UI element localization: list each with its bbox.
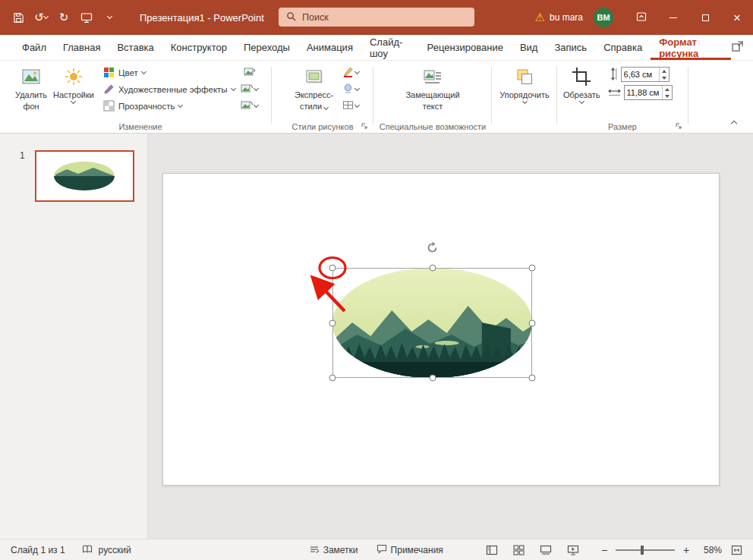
- tab-review[interactable]: Рецензирование: [419, 35, 512, 60]
- zoom-in-button[interactable]: +: [681, 544, 692, 556]
- quick-styles-button[interactable]: Экспресс- стили: [291, 64, 336, 112]
- picture-effects-button[interactable]: [341, 81, 361, 98]
- status-bar: Слайд 1 из 1 русский Заметки Примечания …: [0, 539, 753, 560]
- tab-record[interactable]: Запись: [546, 35, 595, 60]
- tab-help[interactable]: Справка: [595, 35, 651, 60]
- tab-file[interactable]: Файл: [14, 35, 55, 60]
- alt-text-button[interactable]: Замещающий текст: [402, 64, 462, 112]
- minimize-button[interactable]: [657, 0, 689, 35]
- thumbnail-picture: [36, 152, 133, 200]
- ribbon-tabs: Файл Главная Вставка Конструктор Переход…: [0, 35, 753, 61]
- workspace: 1: [0, 134, 753, 539]
- maximize-button[interactable]: [689, 0, 721, 35]
- search-input[interactable]: [302, 12, 467, 23]
- rotate-handle[interactable]: [426, 241, 439, 254]
- width-input[interactable]: [625, 86, 662, 99]
- slide-sorter-button[interactable]: [510, 545, 528, 555]
- zoom-slider[interactable]: [616, 549, 675, 551]
- crop-button[interactable]: Обрезать: [560, 64, 603, 104]
- title-bar: ↺ ↻ Презентация1 - PowerPoint ⚠ bu mara …: [0, 0, 753, 35]
- tab-design[interactable]: Конструктор: [162, 35, 235, 60]
- height-spin-down[interactable]: [660, 74, 669, 81]
- maximize-icon: [702, 14, 709, 21]
- layout-icon: [342, 99, 354, 113]
- fit-to-window-button[interactable]: [728, 545, 745, 555]
- tab-transitions[interactable]: Переходы: [235, 35, 298, 60]
- proofing-button[interactable]: [79, 540, 96, 560]
- slide-picture[interactable]: [332, 268, 532, 378]
- tab-insert[interactable]: Вставка: [109, 35, 162, 60]
- slide-thumbnail[interactable]: [35, 150, 134, 202]
- arrange-button[interactable]: Упорядочить: [496, 64, 552, 104]
- share-icon[interactable]: [731, 40, 744, 55]
- dialog-launcher-icon[interactable]: [675, 122, 682, 131]
- transparency-icon: [103, 100, 115, 113]
- ribbon-display-options-button[interactable]: [625, 0, 657, 35]
- save-button[interactable]: [8, 6, 29, 29]
- picture-layout-button[interactable]: [341, 98, 361, 115]
- arrange-icon: [515, 67, 534, 89]
- comments-icon: [376, 544, 387, 556]
- compress-picture-button[interactable]: [240, 64, 260, 81]
- slideshow-monitor-icon: [80, 12, 93, 24]
- tab-home[interactable]: Главная: [55, 35, 109, 60]
- undo-button[interactable]: ↺: [30, 6, 52, 29]
- effects-icon: [342, 83, 354, 96]
- normal-view-button[interactable]: [483, 545, 501, 555]
- selection-handle-top-center[interactable]: [429, 265, 436, 272]
- notes-button[interactable]: Заметки: [306, 540, 361, 560]
- width-spin-up[interactable]: [663, 86, 672, 93]
- chevron-down-icon: [141, 69, 147, 74]
- change-picture-button[interactable]: [240, 81, 260, 98]
- slide-counter[interactable]: Слайд 1 из 1: [8, 540, 68, 560]
- book-icon: [82, 544, 93, 556]
- group-accessibility: Замещающий текст Специальные возможности: [376, 61, 489, 134]
- quick-styles-label-2: стили: [300, 102, 328, 112]
- remove-background-button[interactable]: Удалить фон: [12, 64, 50, 112]
- reading-view-button[interactable]: [537, 545, 555, 555]
- tab-view[interactable]: Вид: [512, 35, 547, 60]
- selection-handle-top-right[interactable]: [529, 265, 536, 272]
- slide-thumbnail-panel: 1: [0, 134, 148, 539]
- redo-button[interactable]: ↻: [53, 6, 74, 29]
- zoom-out-button[interactable]: −: [599, 544, 610, 556]
- slide-canvas[interactable]: [162, 173, 720, 486]
- customize-qat-button[interactable]: [99, 6, 120, 29]
- tab-slideshow[interactable]: Слайд-шоу: [361, 35, 419, 60]
- account-alert[interactable]: ⚠ bu mara: [535, 11, 583, 24]
- comments-button[interactable]: Примечания: [373, 540, 446, 560]
- fit-to-window-icon: [731, 545, 742, 555]
- zoom-slider-thumb[interactable]: [641, 546, 644, 555]
- zoom-level[interactable]: 58%: [698, 545, 722, 555]
- selection-handle-bottom-right[interactable]: [529, 375, 536, 382]
- artistic-effects-button[interactable]: Художественные эффекты: [100, 81, 238, 98]
- selection-handle-bottom-center[interactable]: [429, 375, 436, 382]
- selection-handle-bottom-left[interactable]: [329, 375, 336, 382]
- transparency-button[interactable]: Прозрачность: [100, 98, 238, 115]
- slideshow-view-button[interactable]: [564, 545, 582, 555]
- picture-border-button[interactable]: [341, 64, 361, 81]
- height-icon: [608, 68, 618, 82]
- avatar[interactable]: BM: [594, 8, 613, 27]
- height-input[interactable]: [622, 68, 659, 81]
- selection-handle-middle-left[interactable]: [329, 319, 336, 326]
- language-button[interactable]: русский: [96, 540, 134, 560]
- width-spin-down[interactable]: [663, 93, 672, 99]
- start-slideshow-button[interactable]: [76, 6, 97, 29]
- corrections-button[interactable]: Настройки: [50, 64, 97, 104]
- close-button[interactable]: ×: [721, 0, 753, 35]
- ribbon: Удалить фон Настройки Цвет: [0, 61, 753, 134]
- selection-handle-middle-right[interactable]: [529, 319, 536, 326]
- remove-background-label-2: фон: [23, 102, 39, 112]
- reset-picture-button[interactable]: [240, 98, 260, 115]
- selection-handle-top-left[interactable]: [329, 265, 336, 272]
- search-box[interactable]: [279, 8, 474, 27]
- tab-picture-format[interactable]: Формат рисунка: [651, 35, 731, 60]
- color-button[interactable]: Цвет: [100, 64, 238, 81]
- tab-animations[interactable]: Анимация: [298, 35, 361, 60]
- height-spin-up[interactable]: [660, 68, 669, 74]
- titlebar-right: ⚠ bu mara BM ×: [535, 0, 753, 35]
- group-picture-styles: Экспресс- стили: [275, 61, 370, 134]
- collapse-ribbon-button[interactable]: [727, 117, 741, 127]
- dialog-launcher-icon[interactable]: [361, 122, 368, 131]
